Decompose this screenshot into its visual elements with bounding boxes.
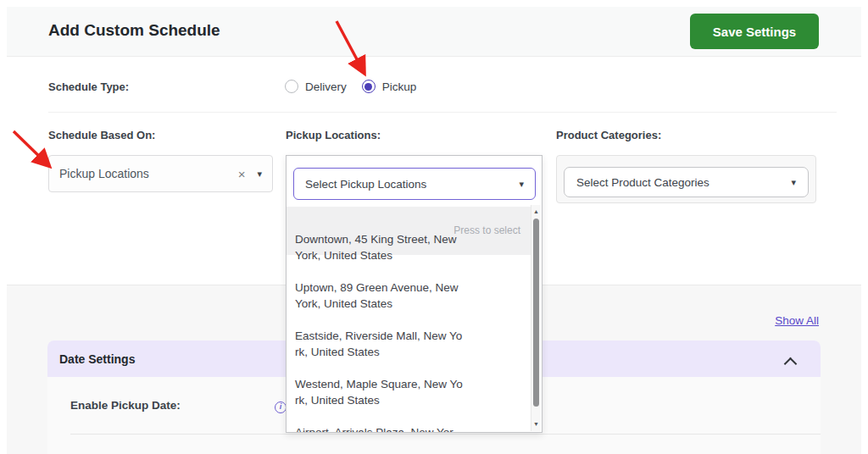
info-icon[interactable]: i bbox=[275, 401, 287, 413]
red-arrow-schedule-based-on bbox=[14, 131, 48, 165]
pickup-locations-select[interactable]: Select Pickup Locations ▾ bbox=[293, 168, 536, 200]
enable-pickup-date-label: Enable Pickup Date: bbox=[70, 399, 181, 412]
caret-down-icon: ▾ bbox=[791, 178, 796, 187]
location-option[interactable]: Airport, Arrivals Plaza, New Yor k, Unit… bbox=[287, 400, 531, 432]
location-option[interactable]: Uptown, 89 Green Avenue, New York, Unite… bbox=[287, 255, 531, 303]
radio-option-delivery[interactable]: Delivery bbox=[285, 80, 347, 93]
location-option[interactable]: Westend, Maple Square, New Yo rk, United… bbox=[287, 352, 531, 400]
clear-icon[interactable]: × bbox=[238, 167, 246, 181]
pickup-locations-option-list: Downtown, 45 King Street, New York, Unit… bbox=[287, 207, 542, 432]
row-divider bbox=[70, 434, 821, 435]
section-divider bbox=[48, 112, 837, 113]
press-to-select-hint: Press to select bbox=[453, 223, 520, 239]
save-settings-button[interactable]: Save Settings bbox=[690, 14, 819, 49]
pickup-locations-label: Pickup Locations: bbox=[286, 129, 381, 141]
location-option[interactable]: Eastside, Riverside Mall, New Yo rk, Uni… bbox=[287, 303, 531, 352]
location-option-text: Airport, Arrivals Plaza, New Yor k, Unit… bbox=[295, 426, 453, 432]
schedule-based-on-select[interactable]: Pickup Locations × ▾ bbox=[48, 155, 273, 192]
schedule-based-on-label: Schedule Based On: bbox=[48, 129, 155, 141]
caret-down-icon: ▾ bbox=[519, 180, 524, 189]
schedule-based-on-value: Pickup Locations bbox=[59, 167, 238, 180]
scroll-up-icon[interactable]: ▲ bbox=[531, 207, 541, 217]
date-settings-title: Date Settings bbox=[59, 352, 135, 366]
caret-down-icon[interactable]: ▾ bbox=[257, 169, 262, 179]
pickup-locations-dropdown: Select Pickup Locations ▾ Downtown, 45 K… bbox=[286, 155, 542, 433]
radio-pickup-label: Pickup bbox=[382, 80, 417, 93]
page-title: Add Custom Schedule bbox=[48, 21, 220, 40]
product-categories-container: Select Product Categories ▾ bbox=[556, 155, 816, 203]
location-option[interactable]: Downtown, 45 King Street, New York, Unit… bbox=[287, 207, 531, 255]
pickup-locations-placeholder: Select Pickup Locations bbox=[305, 178, 519, 191]
dropdown-scrollbar[interactable]: ▲ ▼ bbox=[531, 205, 541, 431]
scroll-down-icon[interactable]: ▼ bbox=[531, 419, 541, 429]
product-categories-select[interactable]: Select Product Categories ▾ bbox=[564, 167, 809, 197]
radio-pickup-icon[interactable] bbox=[362, 80, 376, 93]
radio-delivery-icon[interactable] bbox=[285, 80, 298, 93]
show-all-link[interactable]: Show All bbox=[773, 314, 819, 327]
product-categories-label: Product Categories: bbox=[556, 129, 661, 141]
scrollbar-thumb[interactable] bbox=[533, 219, 539, 407]
schedule-type-label: Schedule Type: bbox=[48, 80, 129, 93]
product-categories-placeholder: Select Product Categories bbox=[576, 176, 791, 189]
schedule-type-radio-group: Delivery Pickup bbox=[285, 80, 416, 93]
radio-option-pickup[interactable]: Pickup bbox=[362, 80, 417, 93]
radio-delivery-label: Delivery bbox=[305, 80, 347, 93]
